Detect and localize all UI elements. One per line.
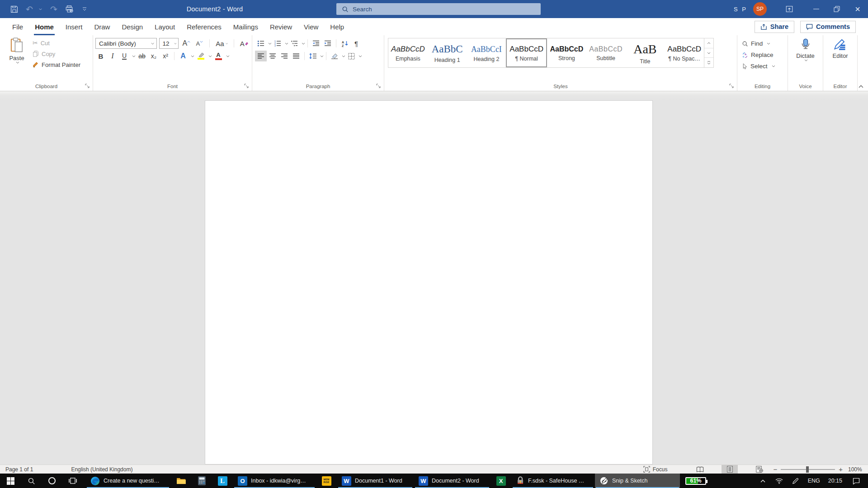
minimize-button[interactable] — [806, 0, 826, 18]
highlight-dropdown[interactable] — [208, 55, 212, 57]
close-button[interactable]: × — [847, 0, 868, 18]
tab-mailings[interactable]: Mailings — [227, 18, 264, 35]
undo-dropdown[interactable] — [39, 8, 45, 10]
numbering-dropdown[interactable] — [285, 42, 288, 45]
text-effects-dropdown[interactable] — [191, 55, 194, 57]
style-title[interactable]: AaB Title — [626, 38, 665, 67]
action-center-button[interactable] — [847, 474, 865, 488]
redo-button[interactable]: ↷ — [47, 3, 61, 15]
tab-insert[interactable]: Insert — [60, 18, 89, 35]
font-name-input[interactable] — [99, 40, 150, 47]
tab-references[interactable]: References — [181, 18, 227, 35]
paste-button[interactable]: Paste — [4, 38, 30, 81]
shrink-font-button[interactable]: A — [194, 38, 205, 49]
strikethrough-button[interactable]: ab — [137, 51, 147, 62]
multilevel-list-button[interactable] — [288, 38, 300, 49]
find-dropdown[interactable] — [767, 42, 770, 45]
decrease-indent-button[interactable] — [310, 38, 322, 49]
align-right-button[interactable] — [278, 51, 290, 61]
show-formatting-button[interactable]: ¶ — [350, 38, 362, 49]
grow-font-button[interactable]: A — [181, 38, 192, 49]
shading-dropdown[interactable] — [342, 55, 345, 57]
clipboard-dialog-launcher[interactable] — [84, 83, 90, 89]
styles-dialog-launcher[interactable] — [728, 83, 735, 89]
style-strong[interactable]: AaBbCcD Strong — [547, 38, 586, 67]
tab-help[interactable]: Help — [324, 18, 350, 35]
zoom-slider[interactable] — [781, 469, 835, 470]
copy-button[interactable]: Copy — [31, 48, 82, 59]
taskbar-item-word-document2[interactable]: W Document2 - Word — [414, 474, 490, 488]
share-button[interactable]: Share — [755, 21, 794, 33]
cut-button[interactable]: ✂ Cut — [31, 38, 82, 48]
style-no-spacing[interactable]: AaBbCcD ¶ No Spac… — [665, 38, 704, 67]
bold-button[interactable]: B — [95, 51, 106, 62]
find-button[interactable]: Find — [742, 38, 775, 49]
input-language-indicator[interactable]: ENG — [805, 478, 823, 484]
format-painter-button[interactable]: Format Painter — [31, 59, 82, 70]
language-indicator[interactable]: English (United Kingdom) — [66, 466, 138, 473]
undo-button[interactable]: ↶ — [23, 3, 36, 15]
bullets-button[interactable] — [255, 38, 267, 49]
replace-button[interactable]: bc Replace — [742, 49, 775, 61]
editor-button[interactable]: Editor — [826, 37, 855, 81]
cortana-button[interactable] — [42, 474, 62, 488]
justify-button[interactable] — [290, 51, 302, 61]
paragraph-dialog-launcher[interactable] — [375, 83, 382, 89]
numbering-button[interactable]: 123 — [272, 38, 283, 49]
style-emphasis[interactable]: AaBbCcD Emphasis — [388, 38, 428, 67]
search-bar[interactable] — [336, 3, 541, 15]
taskbar-item-safehouse[interactable]: F.sdsk - SafeHouse … — [512, 474, 594, 488]
multilevel-dropdown[interactable] — [302, 42, 305, 45]
subscript-button[interactable]: x₂ — [148, 51, 159, 62]
tab-file[interactable]: File — [6, 18, 29, 35]
line-spacing-button[interactable] — [307, 51, 319, 61]
taskbar-item-battery[interactable]: 61% — [681, 474, 711, 488]
style-subtitle[interactable]: AaBbCcD Subtitle — [586, 38, 626, 67]
select-button[interactable]: Select — [742, 61, 775, 72]
ribbon-display-options-button[interactable] — [779, 0, 799, 18]
tab-draw[interactable]: Draw — [88, 18, 116, 35]
quick-print-button[interactable] — [62, 3, 76, 15]
taskbar-item-word-document1[interactable]: W Document1 - Word — [337, 474, 413, 488]
show-hidden-icons-button[interactable] — [756, 474, 770, 488]
borders-dropdown[interactable] — [359, 55, 362, 57]
change-case-button[interactable]: Aa — [214, 38, 229, 49]
style-heading-1[interactable]: AaBbC Heading 1 — [428, 38, 467, 67]
taskbar-item-excel[interactable]: X — [491, 474, 511, 488]
increase-indent-button[interactable] — [322, 38, 334, 49]
tab-home[interactable]: Home — [29, 18, 60, 35]
align-left-button[interactable] — [255, 51, 267, 61]
web-layout-button[interactable] — [751, 465, 768, 474]
underline-button[interactable]: U — [119, 51, 130, 62]
font-name-combobox[interactable] — [95, 38, 157, 49]
line-spacing-dropdown[interactable] — [320, 55, 324, 57]
font-color-button[interactable]: A — [213, 51, 224, 62]
zoom-out-button[interactable]: − — [773, 465, 777, 473]
comments-button[interactable]: Comments — [800, 21, 856, 33]
highlight-button[interactable] — [195, 51, 206, 62]
collapse-ribbon-button[interactable] — [859, 85, 863, 88]
zoom-level[interactable]: 100% — [848, 466, 868, 473]
taskbar-item-calculator[interactable] — [192, 474, 212, 488]
tab-layout[interactable]: Layout — [149, 18, 181, 35]
restore-button[interactable] — [826, 0, 847, 18]
styles-scroll-down-button[interactable] — [704, 48, 713, 58]
search-input[interactable] — [353, 6, 524, 13]
italic-button[interactable]: I — [107, 51, 118, 62]
tab-view[interactable]: View — [298, 18, 324, 35]
pen-settings-icon[interactable] — [788, 474, 803, 488]
style-heading-2[interactable]: AaBbCcI Heading 2 — [467, 38, 506, 67]
user-avatar[interactable]: SP — [753, 2, 767, 16]
dictate-dropdown[interactable] — [804, 59, 808, 61]
save-button[interactable] — [7, 3, 21, 15]
zoom-slider-thumb[interactable] — [806, 466, 809, 473]
styles-gallery-more-button[interactable] — [704, 58, 713, 67]
zoom-in-button[interactable]: + — [839, 465, 843, 473]
focus-mode-button[interactable]: Focus — [637, 465, 674, 474]
clock[interactable]: 20:15 — [825, 478, 845, 484]
underline-dropdown[interactable] — [132, 55, 136, 57]
borders-button[interactable] — [345, 51, 357, 61]
taskbar-search-button[interactable] — [21, 474, 42, 488]
bullets-dropdown[interactable] — [268, 42, 272, 45]
taskbar-item-memrise[interactable]: MEM RiSE — [316, 474, 336, 488]
